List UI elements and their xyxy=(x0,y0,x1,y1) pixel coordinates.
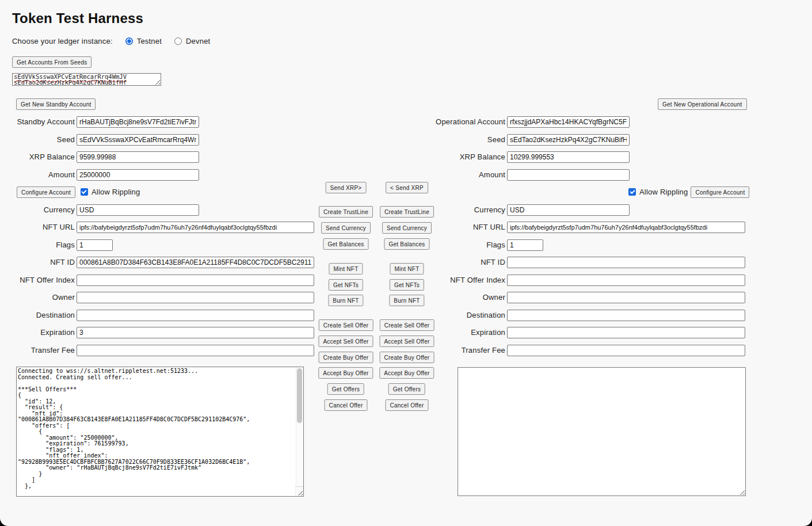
operational-expiration-label: Expiration xyxy=(430,327,505,338)
operational-mint-nft-button[interactable]: Mint NFT xyxy=(390,263,424,275)
operational-accept-sell-offer-button[interactable]: Accept Sell Offer xyxy=(379,336,434,347)
get-new-operational-account-button[interactable]: Get New Operational Account xyxy=(658,98,747,110)
operational-allow-rippling-checkbox[interactable] xyxy=(628,188,636,196)
operational-configure-account-button[interactable]: Configure Account xyxy=(691,186,749,198)
operational-create-buy-offer-button[interactable]: Create Buy Offer xyxy=(380,352,434,363)
standby-get-balances-button[interactable]: Get Balances xyxy=(323,238,368,250)
operational-create-sell-offer-button[interactable]: Create Sell Offer xyxy=(380,319,434,331)
operational-flags-input[interactable] xyxy=(507,239,543,251)
operational-account-input[interactable] xyxy=(507,116,630,128)
operational-expiration-input[interactable] xyxy=(507,327,745,338)
scrollbar-thumb[interactable] xyxy=(297,368,302,423)
standby-amount-input[interactable] xyxy=(77,169,199,181)
operational-amount-label: Amount xyxy=(430,169,505,181)
operational-owner-input[interactable] xyxy=(507,292,745,303)
standby-accept-sell-offer-button[interactable]: Accept Sell Offer xyxy=(318,336,373,347)
standby-results-scrollbar[interactable] xyxy=(296,367,303,486)
standby-get-offers-button[interactable]: Get Offers xyxy=(327,383,364,395)
standby-accept-buy-offer-button[interactable]: Accept Buy Offer xyxy=(318,367,373,379)
standby-create-sell-offer-button[interactable]: Create Sell Offer xyxy=(319,319,373,331)
standby-send-xrp-button[interactable]: Send XRP> xyxy=(326,182,367,193)
ledger-instance-label: Choose your ledger instance: xyxy=(12,37,113,45)
operational-accept-buy-offer-button[interactable]: Accept Buy Offer xyxy=(379,367,434,379)
standby-transfer-fee-input[interactable] xyxy=(77,345,314,356)
operational-results-console[interactable] xyxy=(458,367,746,496)
testnet-radio-label[interactable]: Testnet xyxy=(137,37,162,45)
standby-seed-label: Seed xyxy=(0,134,75,146)
seed-line-operational: sEdTao2dKsezHzkPq4X2gC7KNuBifHf xyxy=(14,79,159,85)
standby-configure-account-button[interactable]: Configure Account xyxy=(17,186,75,198)
standby-owner-input[interactable] xyxy=(77,292,314,303)
operational-nft-id-label: NFT ID xyxy=(430,257,505,268)
standby-flags-input[interactable] xyxy=(77,239,113,251)
operational-account-label: Operational Account xyxy=(430,116,505,128)
get-accounts-from-seeds-button[interactable]: Get Accounts From Seeds xyxy=(12,56,92,68)
operational-nft-url-label: NFT URL xyxy=(430,222,505,233)
standby-flags-label: Flags xyxy=(0,239,75,251)
operational-seed-label: Seed xyxy=(430,134,505,146)
standby-xrp-balance-label: XRP Balance xyxy=(0,151,75,163)
operational-owner-label: Owner xyxy=(430,292,505,303)
operational-transfer-fee-input[interactable] xyxy=(507,345,745,356)
operational-xrp-balance-input[interactable] xyxy=(507,151,630,163)
operational-nft-id-input[interactable] xyxy=(507,257,745,268)
operational-nft-offer-index-input[interactable] xyxy=(507,275,745,286)
standby-allow-rippling-label[interactable]: Allow Rippling xyxy=(92,186,140,198)
devnet-radio[interactable] xyxy=(174,37,182,45)
operational-flags-label: Flags xyxy=(430,239,505,251)
standby-currency-label: Currency xyxy=(0,204,75,216)
operational-burn-nft-button[interactable]: Burn NFT xyxy=(389,295,424,306)
standby-results-text: Connecting to wss://s.altnet.rippletest.… xyxy=(18,368,295,495)
standby-nft-id-label: NFT ID xyxy=(0,257,75,268)
standby-destination-label: Destination xyxy=(0,310,75,321)
operational-destination-input[interactable] xyxy=(507,310,745,321)
operational-get-nfts-button[interactable]: Get NFTs xyxy=(390,279,424,291)
standby-cancel-offer-button[interactable]: Cancel Offer xyxy=(325,399,368,411)
standby-amount-label: Amount xyxy=(0,169,75,181)
operational-xrp-balance-label: XRP Balance xyxy=(430,151,505,163)
standby-destination-input[interactable] xyxy=(77,310,314,321)
operational-get-balances-button[interactable]: Get Balances xyxy=(384,238,429,250)
standby-results-console[interactable]: Connecting to wss://s.altnet.rippletest.… xyxy=(16,367,304,497)
operational-create-trustline-button[interactable]: Create TrustLine xyxy=(380,206,434,218)
page-title: Token Test Harness xyxy=(12,10,143,26)
get-new-standby-account-button[interactable]: Get New Standby Account xyxy=(16,98,96,110)
operational-send-currency-button[interactable]: Send Currency xyxy=(382,222,432,234)
operational-destination-label: Destination xyxy=(430,310,505,321)
standby-burn-nft-button[interactable]: Burn NFT xyxy=(328,295,363,306)
standby-nft-offer-index-label: NFT Offer Index xyxy=(0,275,75,286)
standby-nft-url-label: NFT URL xyxy=(0,222,75,233)
standby-expiration-input[interactable] xyxy=(77,327,314,338)
standby-allow-rippling-checkbox[interactable] xyxy=(81,188,88,196)
operational-currency-label: Currency xyxy=(430,204,505,216)
standby-create-buy-offer-button[interactable]: Create Buy Offer xyxy=(319,352,373,363)
devnet-radio-label[interactable]: Devnet xyxy=(186,37,210,45)
standby-owner-label: Owner xyxy=(0,292,75,303)
testnet-radio[interactable] xyxy=(125,37,133,45)
standby-account-input[interactable] xyxy=(77,116,199,128)
standby-send-currency-button[interactable]: Send Currency xyxy=(321,222,371,234)
operational-transfer-fee-label: Transfer Fee xyxy=(430,345,505,356)
operational-seed-input[interactable] xyxy=(507,134,630,146)
operational-amount-input[interactable] xyxy=(507,169,630,181)
operational-allow-rippling-label[interactable]: Allow Rippling xyxy=(639,186,688,198)
standby-get-nfts-button[interactable]: Get NFTs xyxy=(329,279,363,291)
standby-mint-nft-button[interactable]: Mint NFT xyxy=(329,263,363,275)
seeds-textarea[interactable]: sEdVVkSsswaXPCvEatRmcarRrq4WmJV sEdTao2d… xyxy=(12,73,161,86)
operational-currency-input[interactable] xyxy=(507,204,630,216)
operational-send-xrp-button[interactable]: < Send XRP xyxy=(386,182,428,193)
operational-cancel-offer-button[interactable]: Cancel Offer xyxy=(386,399,429,411)
standby-nft-url-input[interactable] xyxy=(77,222,314,233)
standby-create-trustline-button[interactable]: Create TrustLine xyxy=(319,206,373,218)
token-test-harness-page: Token Test Harness Choose your ledger in… xyxy=(0,0,812,526)
standby-nft-offer-index-input[interactable] xyxy=(77,275,314,286)
standby-account-label: Standby Account xyxy=(0,116,75,128)
standby-seed-input[interactable] xyxy=(77,134,199,146)
standby-currency-input[interactable] xyxy=(77,204,199,216)
operational-get-offers-button[interactable]: Get Offers xyxy=(388,383,425,395)
standby-nft-id-input[interactable] xyxy=(77,257,314,268)
operational-nft-offer-index-label: NFT Offer Index xyxy=(430,275,505,286)
ledger-instance-selector: Choose your ledger instance: Testnet Dev… xyxy=(12,37,210,45)
standby-xrp-balance-input[interactable] xyxy=(77,151,199,163)
operational-nft-url-input[interactable] xyxy=(507,222,745,233)
